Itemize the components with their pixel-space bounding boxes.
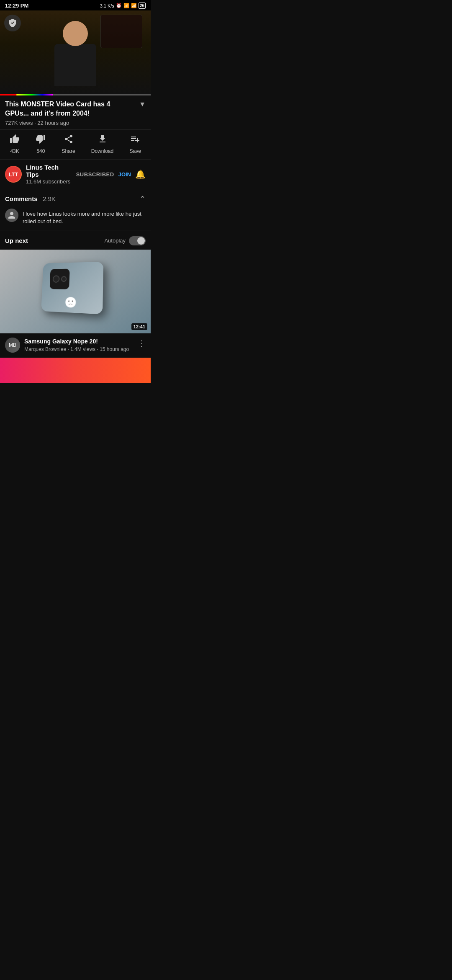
like-icon [10,134,20,147]
vpn-shield-icon[interactable] [4,15,21,31]
rec-channel-name: Marques Brownlee [24,346,66,352]
collapse-icon[interactable]: ⌃ [139,194,146,204]
video-title: This MONSTER Video Card has 4 GPUs... an… [5,100,136,118]
toggle-knob [137,237,145,245]
save-label: Save [129,148,141,154]
rec-info: MB Samsung Galaxy Nope 20! Marques Brown… [0,333,151,353]
progress-fill [0,94,53,95]
bottom-teaser[interactable] [0,358,151,383]
join-button[interactable]: JOIN [118,171,131,178]
dislike-count: 540 [36,148,45,154]
like-count: 43K [10,148,19,154]
channel-avatar[interactable]: LTT [5,166,22,183]
like-button[interactable]: 43K [10,134,20,154]
comments-count: 2.9K [43,195,56,202]
rec-details: Samsung Galaxy Nope 20! Marques Brownlee… [24,338,133,352]
rec-thumbnail[interactable]: 🙁 12:41 [0,250,151,333]
recommended-video[interactable]: 🙁 12:41 MB Samsung Galaxy Nope 20! Marqu… [0,250,151,358]
wifi-icon: 📶 [123,3,129,8]
up-next-label: Up next [5,237,28,244]
view-count: 727K views [5,120,33,126]
channel-row: LTT Linus Tech Tips 11.6M subscribers SU… [0,160,151,189]
status-bar: 12:29 PM 3.1 K/s ⏰ 📶 📶 26 [0,0,151,10]
video-bg [0,10,151,94]
commenter-avatar [5,209,18,222]
video-meta: 727K views · 22 hours ago [5,120,146,126]
status-time: 12:29 PM [5,3,28,9]
video-player[interactable] [0,10,151,94]
expand-icon[interactable]: ▼ [139,101,146,108]
notification-bell-icon[interactable]: 🔔 [135,169,146,179]
comment-text: I love how Linus looks more and more lik… [23,209,146,225]
comments-title-row: Comments 2.9K [5,195,56,203]
alarm-icon: ⏰ [116,3,122,8]
autoplay-row: Autoplay [104,236,146,245]
download-label: Download [91,148,113,154]
channel-subscribers: 11.6M subscribers [26,178,72,185]
signal-icon: 📶 [131,3,137,8]
rec-video-title: Samsung Galaxy Nope 20! [24,338,133,345]
comments-section: Comments 2.9K ⌃ I love how Linus looks m… [0,189,151,230]
save-icon [130,134,140,147]
actions-row: 43K 540 Share Download S [0,130,151,160]
rec-thumbnail-inner: 🙁 [0,250,151,333]
comment-preview[interactable]: I love how Linus looks more and more lik… [5,209,146,225]
channel-name[interactable]: Linus Tech Tips [26,164,72,178]
download-icon [98,134,108,147]
dislike-button[interactable]: 540 [36,134,46,154]
share-button[interactable]: Share [62,134,75,154]
time-ago: 22 hours ago [37,120,69,126]
status-icons: 3.1 K/s ⏰ 📶 📶 26 [100,3,146,9]
save-button[interactable]: Save [129,134,141,154]
rec-channel-avatar: MB [5,338,20,353]
duration-badge: 12:41 [131,323,147,330]
network-speed: 3.1 K/s [100,3,114,8]
autoplay-toggle[interactable] [129,236,146,245]
subscribed-label[interactable]: SUBSCRIBED [76,171,114,178]
channel-buttons: SUBSCRIBED JOIN 🔔 [76,169,146,179]
video-info: This MONSTER Video Card has 4 GPUs... an… [0,95,151,130]
rec-time-ago: 15 hours ago [100,346,129,352]
channel-info: Linus Tech Tips 11.6M subscribers [26,164,72,185]
rec-meta: Marques Brownlee · 1.4M views · 15 hours… [24,346,133,352]
autoplay-label: Autoplay [104,237,126,244]
comments-header[interactable]: Comments 2.9K ⌃ [5,194,146,204]
dislike-icon [36,134,46,147]
share-icon [64,134,74,147]
up-next-header: Up next Autoplay [0,230,151,250]
svg-text:LTT: LTT [9,172,18,178]
comments-label: Comments [5,195,38,202]
battery-indicator: 26 [139,3,146,9]
video-progress-bar[interactable] [0,94,151,95]
rec-more-options-icon[interactable]: ⋮ [137,338,146,348]
rec-views: 1.4M views [70,346,95,352]
download-button[interactable]: Download [91,134,113,154]
share-label: Share [62,148,75,154]
